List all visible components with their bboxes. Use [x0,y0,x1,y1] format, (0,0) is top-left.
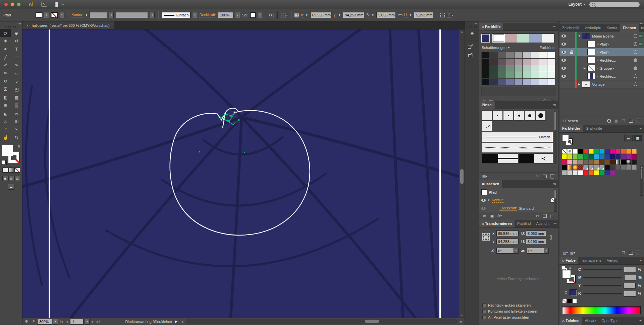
lock-toggle[interactable] [568,80,575,88]
swatch[interactable] [615,154,621,159]
swatch[interactable] [573,165,578,170]
harmony-color-swatch[interactable] [529,34,542,43]
swatch[interactable] [594,154,599,159]
none-mode-button[interactable] [14,168,20,173]
swatch[interactable] [583,165,588,170]
harmony-color-swatch[interactable] [505,34,517,43]
variation-swatch[interactable] [515,65,522,72]
fill-color-swatch[interactable] [36,12,42,18]
panel-menu-icon[interactable]: ▾≡ [552,220,559,227]
variation-swatch[interactable] [498,59,506,65]
draw-inside-button[interactable]: ▤ [14,176,20,181]
expand-arrow-icon[interactable]: ▶ [582,67,587,70]
harmony-color-swatch[interactable] [517,34,530,43]
round-brush-swatch[interactable] [492,111,503,121]
opacity-panel-link[interactable]: Deckkraft: [199,13,216,17]
x-stepper[interactable]: ▲▼ [306,13,308,17]
variation-swatch[interactable] [539,52,547,58]
charcoal-brush-swatch[interactable] [482,143,553,153]
next-artboard-icon[interactable]: ▶ [91,320,95,323]
swatch[interactable] [632,149,637,154]
canvas[interactable] [22,29,459,318]
none-swatch[interactable] [562,299,567,303]
swatch[interactable] [615,149,621,154]
stroke-weight-stepper[interactable]: ▲▼ [85,13,87,17]
panel-menu-icon[interactable]: ▾≡ [637,317,644,325]
layer-row[interactable]: <Rechtec... [559,72,644,80]
swatch[interactable] [578,154,583,159]
swatch[interactable] [605,170,610,175]
fill-color-dropdown[interactable]: ▾ [44,12,49,18]
channel-slider[interactable] [583,277,622,278]
default-fill-stroke-icon[interactable] [2,160,6,164]
height-field[interactable]: 5,193 mm [414,12,433,18]
target-indicator[interactable] [634,66,637,70]
appearance-scrollbar[interactable] [554,189,557,212]
variation-swatch[interactable] [506,72,514,78]
vertical-scroll-thumb[interactable] [460,169,464,184]
variation-swatch[interactable] [539,72,547,78]
brush-definition-select[interactable]: Einfach [162,12,191,18]
rotate-tool[interactable]: ↻ [0,77,11,85]
dock-grip[interactable] [466,26,478,28]
shear-field[interactable]: 0° [527,248,544,254]
base-color-swatch[interactable] [481,34,490,43]
variation-swatch[interactable] [498,65,506,72]
reference-point-locator[interactable] [294,13,299,17]
dock-grip[interactable] [466,38,478,41]
brush-libraries-icon[interactable]: ▤▾ [482,174,488,179]
line-tool[interactable]: ╱ [0,53,11,61]
panel-collapse-icon[interactable]: ◇ [562,259,565,262]
share-icon[interactable]: ↗ [31,319,36,324]
fill-stroke-indicator[interactable] [562,135,574,145]
expand-dock-icon[interactable]: ◂◂ [465,21,479,25]
lasso-tool[interactable]: ↺ [11,37,22,45]
target-indicator[interactable] [634,82,637,86]
variation-swatch[interactable] [482,72,489,78]
width-field[interactable]: 5,053 mm [376,12,396,18]
round-brush-swatch[interactable] [503,111,514,121]
tab-zeichenflaechen[interactable]: Zeichenflä [559,24,582,32]
swatch[interactable] [610,170,615,175]
duplicate-item-icon[interactable] [542,213,548,219]
swatch[interactable] [567,159,572,165]
visibility-toggle[interactable] [559,80,568,88]
lock-toggle[interactable] [568,64,575,72]
channel-slider[interactable] [583,285,622,286]
variation-swatch[interactable] [482,65,489,72]
slice-tool[interactable]: ✂ [11,125,22,133]
new-sublayer-icon[interactable]: ❏ [621,118,627,124]
round-brush-swatch[interactable] [514,111,524,121]
artboard-number-field[interactable]: 1 [70,319,84,325]
delete-brush-icon[interactable] [549,174,555,179]
swatch[interactable] [599,165,604,170]
swatch[interactable] [632,165,637,170]
width-label[interactable]: B: [366,13,370,17]
swatch[interactable] [589,149,594,154]
layer-row[interactable]: ▼Meine Ebene [559,32,644,40]
height-label[interactable]: H: [404,13,408,17]
scroll-up-icon[interactable]: ▲ [459,30,465,33]
variation-swatch[interactable] [498,72,506,78]
swatch[interactable] [594,165,599,170]
previous-artboard-icon[interactable]: ◀ [65,320,69,323]
swatch[interactable] [626,159,631,165]
option-row[interactable]: Rechteck-Ecken skalieren [479,302,558,308]
variation-swatch[interactable] [523,65,530,72]
vertical-scrollbar[interactable]: ▲ ▼ [459,29,465,318]
swatch-libraries-icon[interactable]: ▤▾ [562,250,568,256]
scroll-right-icon[interactable]: ▶ [460,320,463,323]
screen-mode-button[interactable]: ⬓ [8,184,14,190]
transform-y-field[interactable]: 94,253 mm [496,239,519,244]
target-indicator[interactable] [634,50,637,54]
variation-swatch[interactable] [515,52,522,58]
swatch[interactable] [599,159,604,165]
variation-swatch[interactable] [539,65,547,72]
variation-swatch[interactable] [490,79,497,85]
invert-color-icon[interactable]: ↥ [564,290,568,295]
variation-swatch[interactable] [490,52,497,58]
swatch[interactable] [573,154,578,159]
blob-brush-tool[interactable]: ✑ [0,69,11,77]
new-brush-icon[interactable] [542,174,548,179]
locate-object-icon[interactable] [606,118,612,124]
